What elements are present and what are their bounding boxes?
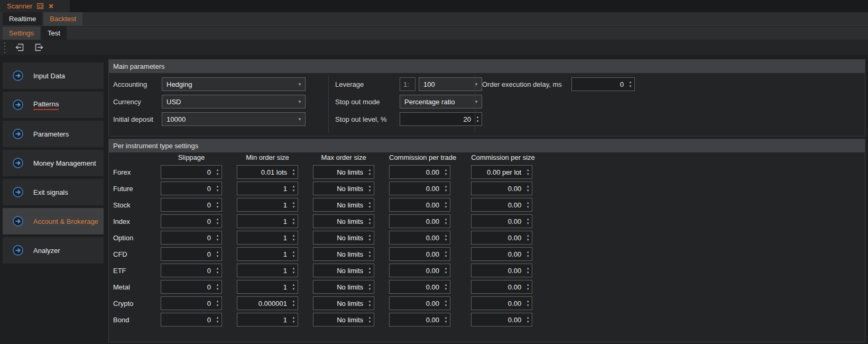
commission-per-size-spinner[interactable]: 0.00 ▲▼ bbox=[471, 182, 532, 195]
document-tab-scanner[interactable]: Scanner ✕ bbox=[0, 0, 70, 12]
spinner-down-icon[interactable]: ▼ bbox=[527, 255, 530, 258]
spinner-up-icon[interactable]: ▲ bbox=[216, 234, 219, 237]
slippage-spinner[interactable]: 0 ▲▼ bbox=[161, 280, 222, 294]
spinner-down-icon[interactable]: ▼ bbox=[292, 287, 296, 291]
spinner-down-icon[interactable]: ▼ bbox=[368, 287, 372, 291]
spinner-down-icon[interactable]: ▼ bbox=[445, 238, 448, 241]
spinner-up-icon[interactable]: ▲ bbox=[368, 218, 372, 221]
spinner-down-icon[interactable]: ▼ bbox=[527, 238, 530, 241]
spinner-up-icon[interactable]: ▲ bbox=[216, 168, 219, 171]
initial-deposit-combobox[interactable]: 10000 ▼ bbox=[162, 112, 306, 126]
commission-per-size-spinner[interactable]: 0.00 ▲▼ bbox=[471, 296, 532, 310]
spinner-up-icon[interactable]: ▲ bbox=[527, 267, 530, 270]
order-execution-delay-spinner[interactable]: 0 ▲ ▼ bbox=[571, 77, 635, 91]
spinner-down-icon[interactable]: ▼ bbox=[368, 173, 372, 176]
slippage-spinner[interactable]: 0 ▲▼ bbox=[161, 231, 222, 245]
spinner-down-icon[interactable]: ▼ bbox=[445, 189, 448, 192]
spinner-up-icon[interactable]: ▲ bbox=[292, 267, 296, 270]
min-order-size-spinner[interactable]: 0.000001 ▲▼ bbox=[237, 296, 298, 310]
spinner-up-icon[interactable]: ▲ bbox=[445, 218, 448, 221]
max-order-size-spinner[interactable]: No limits ▲▼ bbox=[313, 198, 374, 212]
slippage-spinner[interactable]: 0 ▲▼ bbox=[161, 165, 222, 179]
slippage-spinner[interactable]: 0 ▲▼ bbox=[161, 198, 222, 212]
import-settings-button[interactable] bbox=[14, 42, 25, 53]
min-order-size-spinner[interactable]: 1 ▲▼ bbox=[237, 182, 298, 195]
spinner-up-icon[interactable]: ▲ bbox=[445, 168, 448, 171]
spinner-up-icon[interactable]: ▲ bbox=[216, 300, 219, 303]
spinner-down-icon[interactable]: ▼ bbox=[629, 85, 632, 88]
sidebar-item-patterns[interactable]: Patterns bbox=[3, 92, 104, 118]
commission-per-size-spinner[interactable]: 0.00 ▲▼ bbox=[471, 264, 532, 277]
min-order-size-spinner[interactable]: 0.01 lots ▲▼ bbox=[237, 165, 298, 179]
spinner-down-icon[interactable]: ▼ bbox=[445, 205, 448, 209]
commission-per-size-spinner[interactable]: 0.00 per lot ▲▼ bbox=[471, 165, 532, 179]
tab-backtest[interactable]: Backtest bbox=[43, 12, 82, 25]
spinner-down-icon[interactable]: ▼ bbox=[527, 173, 530, 176]
spinner-up-icon[interactable]: ▲ bbox=[527, 250, 530, 254]
spinner-down-icon[interactable]: ▼ bbox=[216, 271, 219, 274]
spinner-up-icon[interactable]: ▲ bbox=[368, 250, 372, 254]
spinner-down-icon[interactable]: ▼ bbox=[216, 222, 219, 225]
spinner-up-icon[interactable]: ▲ bbox=[216, 218, 219, 221]
spinner-down-icon[interactable]: ▼ bbox=[216, 304, 219, 307]
spinner-down-icon[interactable]: ▼ bbox=[292, 222, 296, 225]
spinner-down-icon[interactable]: ▼ bbox=[527, 271, 530, 274]
spinner-down-icon[interactable]: ▼ bbox=[527, 320, 530, 323]
spinner-down-icon[interactable]: ▼ bbox=[368, 271, 372, 274]
slippage-spinner[interactable]: 0 ▲▼ bbox=[161, 264, 222, 277]
spinner-up-icon[interactable]: ▲ bbox=[216, 283, 219, 286]
spinner-down-icon[interactable]: ▼ bbox=[292, 189, 296, 192]
spinner-down-icon[interactable]: ▼ bbox=[445, 320, 448, 323]
max-order-size-spinner[interactable]: No limits ▲▼ bbox=[313, 280, 374, 294]
commission-per-size-spinner[interactable]: 0.00 ▲▼ bbox=[471, 313, 532, 327]
sidebar-item-analyzer[interactable]: Analyzer bbox=[3, 237, 104, 264]
spinner-down-icon[interactable]: ▼ bbox=[368, 320, 372, 323]
min-order-size-spinner[interactable]: 1 ▲▼ bbox=[237, 231, 298, 245]
slippage-spinner[interactable]: 0 ▲▼ bbox=[161, 296, 222, 310]
float-window-icon[interactable] bbox=[37, 3, 43, 9]
commission-per-trade-spinner[interactable]: 0.00 ▲▼ bbox=[389, 313, 450, 327]
spinner-down-icon[interactable]: ▼ bbox=[476, 120, 479, 123]
spinner-down-icon[interactable]: ▼ bbox=[216, 189, 219, 192]
leverage-select[interactable]: 100 ▼ bbox=[419, 77, 482, 91]
spinner-up-icon[interactable]: ▲ bbox=[445, 185, 448, 188]
spinner-up-icon[interactable]: ▲ bbox=[216, 201, 219, 204]
max-order-size-spinner[interactable]: No limits ▲▼ bbox=[313, 214, 374, 228]
min-order-size-spinner[interactable]: 1 ▲▼ bbox=[237, 280, 298, 294]
spinner-up-icon[interactable]: ▲ bbox=[445, 316, 448, 319]
spinner-up-icon[interactable]: ▲ bbox=[527, 234, 530, 237]
min-order-size-spinner[interactable]: 1 ▲▼ bbox=[237, 214, 298, 228]
currency-select[interactable]: USD ▼ bbox=[162, 95, 306, 108]
spinner-up-icon[interactable]: ▲ bbox=[445, 283, 448, 286]
spinner-up-icon[interactable]: ▲ bbox=[292, 283, 296, 286]
stop-out-level-spinner[interactable]: 20 ▲ ▼ bbox=[400, 112, 482, 126]
spinner-down-icon[interactable]: ▼ bbox=[527, 222, 530, 225]
commission-per-size-spinner[interactable]: 0.00 ▲▼ bbox=[471, 198, 532, 212]
commission-per-size-spinner[interactable]: 0.00 ▲▼ bbox=[471, 247, 532, 261]
commission-per-trade-spinner[interactable]: 0.00 ▲▼ bbox=[389, 165, 450, 179]
spinner-down-icon[interactable]: ▼ bbox=[445, 255, 448, 258]
spinner-up-icon[interactable]: ▲ bbox=[216, 185, 219, 188]
spinner-down-icon[interactable]: ▼ bbox=[445, 287, 448, 291]
spinner-up-icon[interactable]: ▲ bbox=[527, 316, 530, 319]
spinner-up-icon[interactable]: ▲ bbox=[476, 115, 479, 119]
spinner-down-icon[interactable]: ▼ bbox=[368, 222, 372, 225]
spinner-down-icon[interactable]: ▼ bbox=[368, 189, 372, 192]
spinner-up-icon[interactable]: ▲ bbox=[445, 300, 448, 303]
max-order-size-spinner[interactable]: No limits ▲▼ bbox=[313, 231, 374, 245]
commission-per-trade-spinner[interactable]: 0.00 ▲▼ bbox=[389, 231, 450, 245]
spinner-up-icon[interactable]: ▲ bbox=[629, 80, 632, 84]
spinner-down-icon[interactable]: ▼ bbox=[368, 255, 372, 258]
spinner-down-icon[interactable]: ▼ bbox=[292, 271, 296, 274]
spinner-up-icon[interactable]: ▲ bbox=[368, 316, 372, 319]
spinner-down-icon[interactable]: ▼ bbox=[292, 238, 296, 241]
spinner-up-icon[interactable]: ▲ bbox=[368, 185, 372, 188]
max-order-size-spinner[interactable]: No limits ▲▼ bbox=[313, 296, 374, 310]
spinner-up-icon[interactable]: ▲ bbox=[445, 250, 448, 254]
spinner-up-icon[interactable]: ▲ bbox=[292, 201, 296, 204]
spinner-up-icon[interactable]: ▲ bbox=[527, 201, 530, 204]
commission-per-trade-spinner[interactable]: 0.00 ▲▼ bbox=[389, 247, 450, 261]
spinner-down-icon[interactable]: ▼ bbox=[445, 173, 448, 176]
spinner-down-icon[interactable]: ▼ bbox=[368, 205, 372, 209]
spinner-down-icon[interactable]: ▼ bbox=[292, 304, 296, 307]
